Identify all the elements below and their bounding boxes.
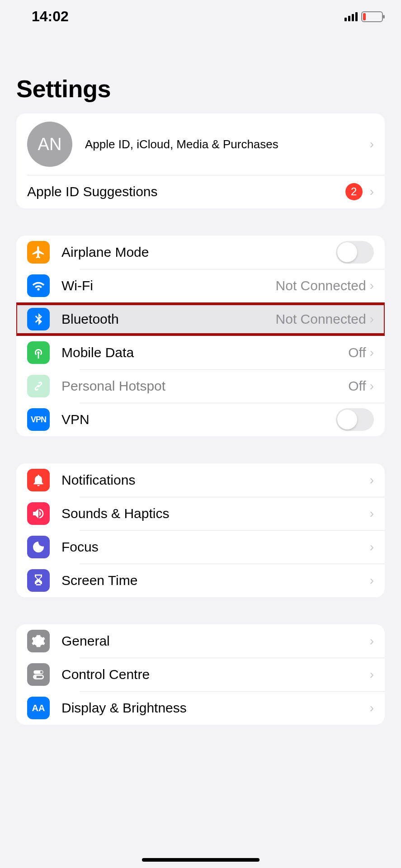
bell-icon [27,469,50,491]
row-airplane-mode[interactable]: Airplane Mode [16,236,385,269]
antenna-icon [27,341,50,364]
chevron-right-icon: › [370,379,374,393]
svg-point-2 [40,671,42,673]
speaker-icon [27,502,50,525]
link-icon [27,375,50,397]
row-label: Apple ID Suggestions [27,184,345,199]
moon-icon [27,536,50,558]
section-notifications: Notifications › Sounds & Haptics › Focus… [16,463,385,597]
row-control-centre[interactable]: Control Centre › [16,658,385,691]
page-title: Settings [0,25,401,113]
switches-icon [27,663,50,686]
chevron-right-icon: › [370,634,374,648]
chevron-right-icon: › [370,506,374,521]
row-display-brightness[interactable]: AA Display & Brightness › [16,691,385,725]
chevron-right-icon: › [370,540,374,554]
vpn-toggle[interactable] [336,408,374,431]
airplane-toggle[interactable] [336,241,374,264]
row-label: VPN [61,412,336,427]
text-size-icon: AA [27,697,50,719]
row-label: Display & Brightness [61,700,370,716]
row-wifi[interactable]: Wi-Fi Not Connected › [16,269,385,302]
chevron-right-icon: › [370,667,374,682]
svg-point-3 [34,676,37,678]
battery-icon [361,11,383,22]
row-screen-time[interactable]: Screen Time › [16,564,385,597]
row-notifications[interactable]: Notifications › [16,463,385,497]
chevron-right-icon: › [370,573,374,588]
row-personal-hotspot[interactable]: Personal Hotspot Off › [16,369,385,403]
wifi-icon [27,274,50,297]
row-label: Screen Time [61,573,370,588]
row-appleid-suggestions[interactable]: Apple ID Suggestions 2 › [16,175,385,208]
row-bluetooth[interactable]: Bluetooth Not Connected › [16,302,385,336]
row-appleid[interactable]: AN Apple ID, iCloud, Media & Purchases › [16,113,385,175]
row-sounds[interactable]: Sounds & Haptics › [16,497,385,530]
home-indicator[interactable] [142,858,259,862]
row-label: Airplane Mode [61,245,336,260]
bluetooth-icon [27,308,50,330]
badge-count: 2 [345,183,363,200]
row-detail: Not Connected [276,278,366,293]
status-bar: 14:02 [0,0,401,25]
row-general[interactable]: General › [16,624,385,658]
hourglass-icon [27,569,50,592]
chevron-right-icon: › [370,473,374,487]
status-time: 14:02 [32,8,69,25]
chevron-right-icon: › [370,278,374,293]
airplane-icon [27,241,50,264]
vpn-icon: VPN [27,408,50,431]
cellular-signal-icon [344,12,358,21]
row-label: Wi-Fi [61,278,276,293]
chevron-right-icon: › [370,345,374,360]
row-mobile-data[interactable]: Mobile Data Off › [16,336,385,369]
section-appleid: AN Apple ID, iCloud, Media & Purchases ›… [16,113,385,208]
row-label: Notifications [61,472,370,488]
row-label: Mobile Data [61,345,348,360]
row-detail: Off [348,378,366,394]
section-connectivity: Airplane Mode Wi-Fi Not Connected › Blue… [16,236,385,436]
chevron-right-icon: › [370,701,374,715]
row-label: Bluetooth [61,311,276,327]
avatar: AN [27,122,72,167]
appleid-subtitle: Apple ID, iCloud, Media & Purchases [85,137,370,151]
row-detail: Not Connected [276,311,366,327]
row-label: General [61,633,370,649]
row-label: Focus [61,539,370,555]
section-general: General › Control Centre › AA Display & … [16,624,385,725]
row-detail: Off [348,345,366,360]
chevron-right-icon: › [370,184,374,199]
gear-icon [27,630,50,652]
row-label: Personal Hotspot [61,378,348,394]
row-label: Sounds & Haptics [61,506,370,521]
row-label: Control Centre [61,667,370,682]
row-vpn[interactable]: VPN VPN [16,403,385,436]
chevron-right-icon: › [370,312,374,326]
chevron-right-icon: › [370,137,374,151]
row-focus[interactable]: Focus › [16,530,385,564]
status-icons [344,11,383,22]
